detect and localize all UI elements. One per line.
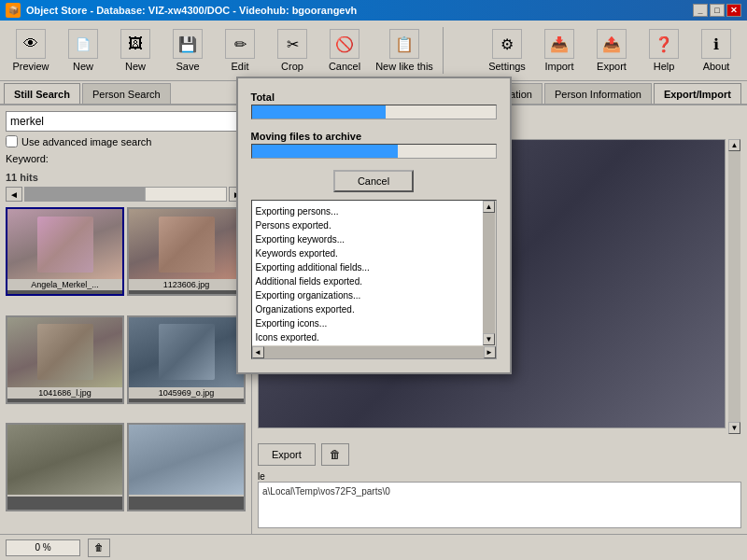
log-line: Exporting organizations... [256,288,479,302]
modal-cancel-row: Cancel [251,170,497,192]
log-line: Icons exported. [256,330,479,344]
minimize-button[interactable]: _ [693,4,708,17]
log-line: Exporting persons... [256,204,479,218]
log-scrollbar-v: ▲ ▼ [483,201,496,345]
log-scroll-up[interactable]: ▲ [483,201,495,213]
log-line: Exporting icons... [256,316,479,330]
close-button[interactable]: ✕ [726,4,741,17]
total-progress-bar [251,105,497,119]
log-scrollbar-h: ◄ ► [252,345,496,358]
log-line: Organizations exported. [256,302,479,316]
log-scroll-left[interactable]: ◄ [252,346,264,358]
window-controls[interactable]: _ □ ✕ [693,4,741,17]
app-icon: 📦 [6,3,21,18]
log-line: Additional fields exported. [256,274,479,288]
modal-cancel-button[interactable]: Cancel [333,170,414,192]
log-line: Exporting keywords... [256,232,479,246]
moving-label: Moving files to archive [251,131,497,142]
moving-progress-fill [252,145,399,158]
total-label: Total [251,91,497,103]
total-progress-fill [252,105,387,119]
log-line: Exporting additional fields... [256,260,479,274]
moving-progress-bar [251,144,497,159]
log-scroll-right[interactable]: ► [484,346,496,358]
total-label-row: Total [251,91,497,123]
moving-label-row: Moving files to archive [251,131,497,162]
modal-log-container: Exporting persons...Persons exported.Exp… [251,200,497,359]
log-line: Persons exported. [256,218,479,232]
maximize-button[interactable]: □ [710,4,725,17]
log-line: Keywords exported. [256,246,479,260]
modal-log-wrapper: Exporting persons...Persons exported.Exp… [252,201,496,345]
title-text: Object Store - Database: VIZ-xw4300/DOC … [26,5,693,16]
title-bar: 📦 Object Store - Database: VIZ-xw4300/DO… [0,0,747,21]
modal-log-inner: Exporting persons...Persons exported.Exp… [252,201,483,345]
log-scroll-down[interactable]: ▼ [483,333,495,345]
modal-overlay: Total Moving files to archive Cancel Exp… [0,21,747,560]
log-scroll-track [483,213,495,333]
log-scroll-h-track [264,346,484,358]
modal-dialog: Total Moving files to archive Cancel Exp… [236,77,512,374]
